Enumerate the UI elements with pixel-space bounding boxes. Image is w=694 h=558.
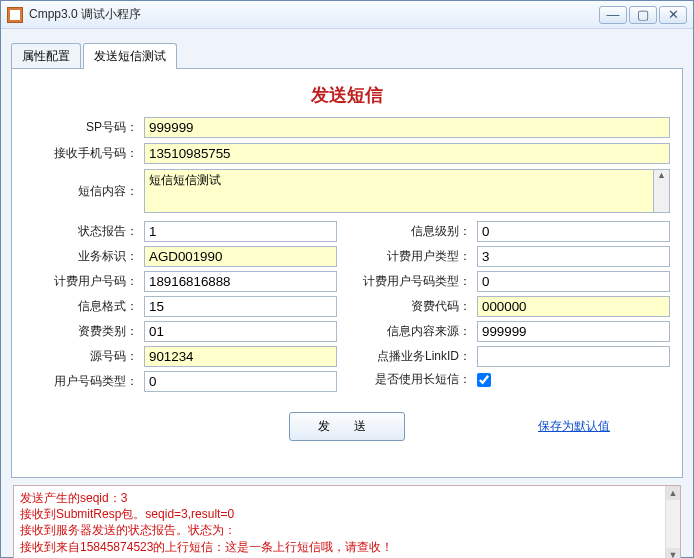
- label-feeutype: 计费用户类型：: [357, 248, 477, 265]
- tab-bar: 属性配置 发送短信测试: [11, 43, 683, 69]
- log-scrollbar[interactable]: ▲ ▼: [665, 486, 680, 558]
- log-line: 发送产生的seqid：3: [20, 490, 674, 506]
- label-bizid: 业务标识：: [24, 248, 144, 265]
- log-line: 接收到服务器发送的状态报告。状态为：: [20, 522, 674, 538]
- linkid-input[interactable]: [477, 346, 670, 367]
- srcnum-input[interactable]: [144, 346, 337, 367]
- log-line: 接收到来自15845874523的上行短信：这是一条上行短信哦，请查收！: [20, 539, 674, 555]
- feeutype-input[interactable]: [477, 246, 670, 267]
- status-input[interactable]: [144, 221, 337, 242]
- label-sp: SP号码：: [24, 119, 144, 136]
- label-feecode: 资费代码：: [357, 298, 477, 315]
- textarea-scrollbar[interactable]: ▲: [654, 169, 670, 213]
- app-icon: [7, 7, 23, 23]
- label-fmt: 信息格式：: [24, 298, 144, 315]
- feeuser-input[interactable]: [144, 271, 337, 292]
- fmt-input[interactable]: [144, 296, 337, 317]
- label-feecat: 资费类别：: [24, 323, 144, 340]
- tab-properties[interactable]: 属性配置: [11, 43, 81, 69]
- longsms-checkbox[interactable]: [477, 373, 491, 387]
- msglvl-input[interactable]: [477, 221, 670, 242]
- phone-input[interactable]: [144, 143, 670, 164]
- tab-send-sms[interactable]: 发送短信测试: [83, 43, 177, 69]
- infosrc-input[interactable]: [477, 321, 670, 342]
- feenumtype-input[interactable]: [477, 271, 670, 292]
- minimize-button[interactable]: ―: [599, 6, 627, 24]
- label-feeuser: 计费用户号码：: [24, 273, 144, 290]
- log-line: 接收到SubmitResp包。seqid=3,result=0: [20, 506, 674, 522]
- usertype-input[interactable]: [144, 371, 337, 392]
- content-area: 属性配置 发送短信测试 发送短信 SP号码： 接收手机号码： 短信内容： 短信短…: [1, 29, 693, 558]
- window-title: Cmpp3.0 调试小程序: [29, 6, 599, 23]
- label-phone: 接收手机号码：: [24, 145, 144, 162]
- send-sms-panel: 发送短信 SP号码： 接收手机号码： 短信内容： 短信短信测试 ▲ 状态报告： …: [11, 68, 683, 478]
- titlebar[interactable]: Cmpp3.0 调试小程序 ― ▢ ✕: [1, 1, 693, 29]
- scroll-up-icon[interactable]: ▲: [666, 486, 680, 500]
- close-button[interactable]: ✕: [659, 6, 687, 24]
- panel-heading: 发送短信: [24, 83, 670, 107]
- feecode-input[interactable]: [477, 296, 670, 317]
- content-textarea[interactable]: 短信短信测试: [144, 169, 654, 213]
- feecat-input[interactable]: [144, 321, 337, 342]
- label-status: 状态报告：: [24, 223, 144, 240]
- sp-input[interactable]: [144, 117, 670, 138]
- label-content: 短信内容：: [24, 183, 144, 200]
- label-msglvl: 信息级别：: [357, 223, 477, 240]
- label-usertype: 用户号码类型：: [24, 373, 144, 390]
- label-feenumtype: 计费用户号码类型：: [357, 273, 477, 290]
- send-button[interactable]: 发 送: [289, 412, 404, 441]
- scroll-down-icon[interactable]: ▼: [666, 548, 680, 558]
- label-infosrc: 信息内容来源：: [357, 323, 477, 340]
- label-longsms: 是否使用长短信：: [357, 371, 477, 388]
- app-window: Cmpp3.0 调试小程序 ― ▢ ✕ 属性配置 发送短信测试 发送短信 SP号…: [0, 0, 694, 558]
- maximize-button[interactable]: ▢: [629, 6, 657, 24]
- label-linkid: 点播业务LinkID：: [357, 348, 477, 365]
- label-srcnum: 源号码：: [24, 348, 144, 365]
- bizid-input[interactable]: [144, 246, 337, 267]
- log-panel: 发送产生的seqid：3 接收到SubmitResp包。seqid=3,resu…: [13, 485, 681, 558]
- save-default-link[interactable]: 保存为默认值: [538, 418, 610, 435]
